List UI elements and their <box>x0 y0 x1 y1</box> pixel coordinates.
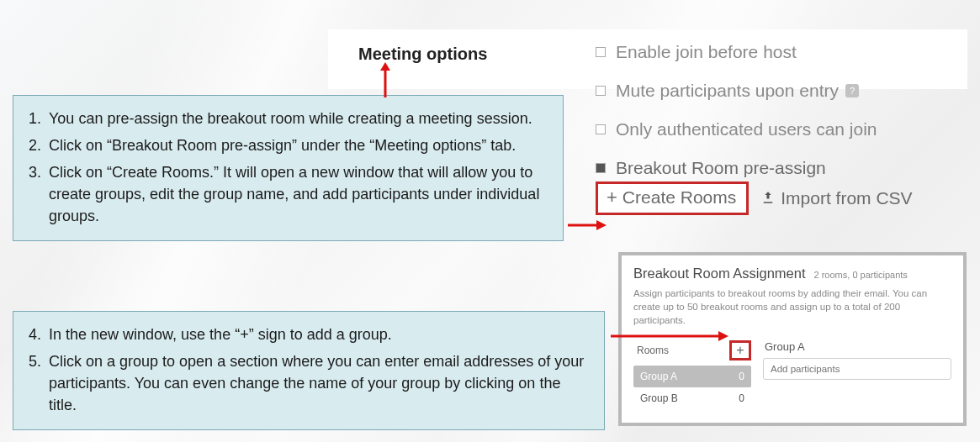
meeting-options-list: Enable join before host Mute participant… <box>596 42 957 215</box>
room-name: Group B <box>640 392 678 404</box>
instruction-callout-1: 1.You can pre-assign the breakout room w… <box>13 95 564 241</box>
checkbox-icon[interactable] <box>596 86 606 96</box>
checkbox-icon[interactable] <box>596 124 606 134</box>
rooms-header: Rooms + <box>633 339 751 366</box>
room-row[interactable]: Group A 0 <box>633 366 751 387</box>
create-rooms-label: Create Rooms <box>622 187 736 208</box>
checkbox-checked-icon[interactable] <box>596 163 606 173</box>
option-join-before-host[interactable]: Enable join before host <box>596 42 957 62</box>
svg-marker-3 <box>596 220 607 230</box>
group-column: Group A <box>763 339 951 380</box>
plus-icon: + <box>736 343 744 358</box>
add-room-button[interactable]: + <box>729 340 751 360</box>
dialog-subtitle: 2 rooms, 0 participants <box>814 270 908 280</box>
create-rooms-button[interactable]: + Create Rooms <box>596 182 749 215</box>
option-label: Breakout Room pre-assign <box>616 158 826 178</box>
instruction-text: Click on “Create Rooms.” It will open a … <box>49 161 548 227</box>
group-title[interactable]: Group A <box>763 339 951 358</box>
option-label: Only authenticated users can join <box>616 119 877 139</box>
dialog-body: Rooms + Group A 0 Group B 0 Group A <box>633 339 951 409</box>
instruction-item: 3.Click on “Create Rooms.” It will open … <box>29 161 548 227</box>
help-icon[interactable]: ? <box>845 84 859 97</box>
instruction-item: 1.You can pre-assign the breakout room w… <box>29 108 548 129</box>
breakout-actions: + Create Rooms Import from CSV <box>596 182 957 215</box>
checkbox-icon[interactable] <box>596 47 606 57</box>
rooms-header-label: Rooms <box>637 345 669 356</box>
option-breakout-preassign[interactable]: Breakout Room pre-assign <box>596 158 957 178</box>
meeting-options-panel: Meeting options Enable join before host … <box>328 29 967 89</box>
instruction-number: 5. <box>29 350 49 416</box>
plus-icon: + <box>607 188 617 207</box>
dialog-title: Breakout Room Assignment <box>633 266 806 282</box>
add-participants-input[interactable] <box>763 358 951 380</box>
instruction-number: 2. <box>29 134 49 156</box>
dialog-description: Assign participants to breakout rooms by… <box>633 287 951 327</box>
instruction-text: Click on “Breakout Room pre-assign” unde… <box>49 134 516 156</box>
breakout-assignment-dialog: Breakout Room Assignment 2 rooms, 0 part… <box>618 252 967 426</box>
room-row[interactable]: Group B 0 <box>633 387 751 409</box>
arrow-right-icon <box>568 217 607 234</box>
instruction-item: 5.Click on a group to open a section whe… <box>29 350 589 416</box>
instruction-item: 4.In the new window, use the “+” sign to… <box>29 324 589 345</box>
instruction-item: 2.Click on “Breakout Room pre-assign” un… <box>29 134 548 156</box>
dialog-header: Breakout Room Assignment 2 rooms, 0 part… <box>633 266 951 282</box>
instruction-callout-2: 4.In the new window, use the “+” sign to… <box>13 311 605 430</box>
meeting-options-title: Meeting options <box>358 45 487 64</box>
option-label: Enable join before host <box>616 42 797 62</box>
option-authenticated-only[interactable]: Only authenticated users can join <box>596 119 957 139</box>
upload-icon <box>760 190 776 208</box>
room-count: 0 <box>739 392 744 404</box>
instruction-number: 3. <box>29 161 49 227</box>
instruction-number: 1. <box>29 108 49 129</box>
instruction-number: 4. <box>29 324 49 345</box>
import-csv-label: Import from CSV <box>781 188 912 208</box>
instruction-text: In the new window, use the “+” sign to a… <box>49 324 392 345</box>
instruction-text: You can pre-assign the breakout room whi… <box>49 108 532 129</box>
room-count: 0 <box>739 371 744 382</box>
instruction-text: Click on a group to open a section where… <box>49 350 589 416</box>
room-name: Group A <box>640 371 677 382</box>
option-label: Mute participants upon entry <box>616 81 839 101</box>
option-mute-on-entry[interactable]: Mute participants upon entry ? <box>596 81 957 101</box>
import-csv-button[interactable]: Import from CSV <box>760 188 912 208</box>
rooms-column: Rooms + Group A 0 Group B 0 <box>633 339 751 409</box>
